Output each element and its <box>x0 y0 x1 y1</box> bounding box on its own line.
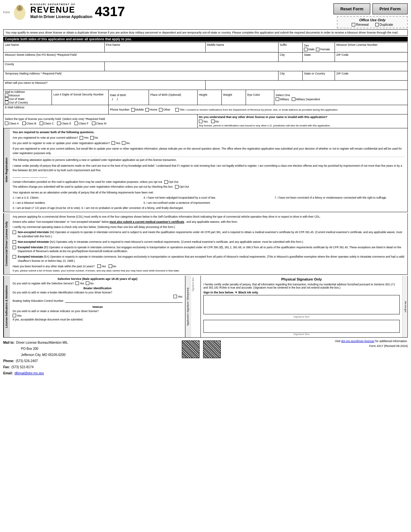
height-field[interactable] <box>199 96 220 102</box>
invalid-yes-checkbox[interactable] <box>199 120 202 123</box>
class-e-checkbox[interactable] <box>57 122 61 125</box>
voter-q1-yes[interactable]: Yes <box>80 135 89 140</box>
eye-color-field[interactable] <box>247 96 273 102</box>
veteran-yes-opt[interactable]: Yes <box>13 314 22 317</box>
missouri-checkbox[interactable] <box>5 94 8 97</box>
footer-website-link[interactable]: dor.mo.gov/driver-license/ <box>341 340 374 343</box>
female-option[interactable]: Female <box>316 48 330 51</box>
voter-opt-out2-checkbox[interactable] <box>175 185 179 189</box>
voter-opt-out1-cb-item[interactable]: Opt-Out <box>164 180 178 184</box>
boater-yes-label: Yes <box>178 295 182 298</box>
city-field-1[interactable] <box>280 56 301 61</box>
mobile-checkbox[interactable] <box>131 108 135 112</box>
reset-button[interactable]: Reset Form <box>333 3 371 15</box>
home-option[interactable]: Home <box>145 108 157 112</box>
voter-q1-no[interactable]: No <box>90 135 98 140</box>
mo-dl-field[interactable] <box>336 46 406 52</box>
class-a-checkbox[interactable] <box>5 122 8 125</box>
voter-q1-yes-cb[interactable] <box>80 136 83 140</box>
voter-q2-no[interactable]: No <box>122 141 130 145</box>
other-checkbox[interactable] <box>159 108 162 112</box>
renewal-checkbox[interactable] <box>352 23 355 26</box>
voter-q2-yes[interactable]: Yes <box>112 141 121 145</box>
voter-q2-yes-cb[interactable] <box>112 141 115 145</box>
out-of-state-option[interactable]: Out of State <box>5 97 50 101</box>
home-checkbox[interactable] <box>145 108 149 112</box>
military-dep-option[interactable]: Military Dependent <box>292 97 320 101</box>
last-name-field[interactable] <box>5 46 103 52</box>
last4-ssn-field[interactable] <box>53 96 107 102</box>
invalid-no-checkbox[interactable] <box>211 120 215 123</box>
boater-yes-cb[interactable] <box>173 295 177 298</box>
suffix-field[interactable] <box>280 46 301 52</box>
commercial-opt4-checkbox[interactable] <box>13 255 16 259</box>
zip-field-1[interactable] <box>336 56 406 61</box>
voter-q2-no-cb[interactable] <box>122 141 125 145</box>
out-of-country-checkbox[interactable] <box>5 101 8 104</box>
class-a-option[interactable]: Class A <box>5 122 19 125</box>
military-dep-checkbox[interactable] <box>292 97 295 101</box>
class-f-checkbox[interactable] <box>74 122 78 125</box>
commercial-licensed-yes-cb[interactable] <box>97 264 101 268</box>
class-f-option[interactable]: Class F <box>74 122 89 125</box>
commercial-opt3-checkbox[interactable] <box>13 246 16 249</box>
first-name-field[interactable] <box>106 46 204 52</box>
class-c-checkbox[interactable] <box>40 122 43 125</box>
female-checkbox[interactable] <box>316 48 319 51</box>
commercial-opt1-checkbox[interactable] <box>13 231 16 234</box>
state-field-1[interactable] <box>304 56 333 61</box>
voter-opt-out2-cb-item[interactable]: Opt-Out <box>175 185 189 189</box>
military-checkbox[interactable] <box>276 97 279 101</box>
other-option[interactable]: Other <box>159 108 171 112</box>
boater-yes-opt[interactable]: Yes <box>173 295 182 298</box>
voter-q1-no-cb[interactable] <box>90 136 94 140</box>
male-option[interactable]: Male <box>304 48 315 51</box>
temp-city-field[interactable] <box>280 75 301 80</box>
selective-yes-opt[interactable]: Yes <box>75 281 84 285</box>
temp-zip-field[interactable] <box>336 75 406 80</box>
male-checkbox[interactable] <box>304 48 308 51</box>
temp-mailing-field[interactable] <box>5 75 277 80</box>
place-birth-field[interactable] <box>150 96 196 102</box>
out-of-state-checkbox[interactable] <box>5 97 8 101</box>
class-e-option[interactable]: Class E <box>57 122 71 125</box>
veteran-yes-cb[interactable] <box>13 314 16 317</box>
missouri-option[interactable]: Missouri <box>5 94 50 97</box>
print-button[interactable]: Print Form <box>372 3 408 15</box>
state-country-field[interactable] <box>304 75 333 80</box>
class-m-checkbox[interactable] <box>92 122 95 125</box>
invalid-yes-option[interactable]: Yes <box>199 120 208 123</box>
selective-no-cb[interactable] <box>86 281 89 285</box>
weight-field[interactable] <box>223 96 244 102</box>
selective-no-opt[interactable]: No <box>86 281 93 285</box>
boater-safety-field[interactable] <box>65 299 182 303</box>
middle-name-field[interactable] <box>207 46 277 52</box>
selective-yes-cb[interactable] <box>75 281 79 285</box>
commercial-licensed-yes[interactable]: Yes <box>97 264 106 269</box>
sig-box-secondary[interactable] <box>203 320 400 333</box>
class-b-option[interactable]: Class B <box>22 122 36 125</box>
invalid-no-option[interactable]: No <box>211 120 219 123</box>
veteran-yes-label: Yes <box>17 314 22 317</box>
out-of-country-option[interactable]: Out of Country <box>5 101 50 104</box>
duplicate-checkbox[interactable] <box>375 23 379 26</box>
email-field[interactable] <box>5 109 107 113</box>
return-when-field[interactable] <box>5 84 204 89</box>
mobile-option[interactable]: Mobile <box>131 108 144 112</box>
dob-slashes: / / <box>110 97 147 101</box>
commercial-opt2-checkbox[interactable] <box>13 240 16 244</box>
voter-opt-out1-checkbox[interactable] <box>164 180 168 184</box>
yes-notify-checkbox[interactable] <box>175 108 179 112</box>
male-label: Male <box>308 48 315 51</box>
email-address[interactable]: dlbmail@dor.mo.gov <box>15 370 44 376</box>
class-m-option[interactable]: Class M <box>92 122 107 125</box>
sig-box-side: Signature Box <box>191 276 195 293</box>
class-c-option[interactable]: Class C <box>40 122 54 125</box>
commercial-licensed-no-cb[interactable] <box>109 264 112 268</box>
class-b-checkbox[interactable] <box>22 122 26 125</box>
sig-box-main[interactable] <box>203 295 400 314</box>
commercial-licensed-no[interactable]: No <box>109 264 116 269</box>
county-field[interactable] <box>5 66 103 70</box>
mo-street-field[interactable] <box>5 56 277 61</box>
military-option[interactable]: Military <box>276 97 289 101</box>
